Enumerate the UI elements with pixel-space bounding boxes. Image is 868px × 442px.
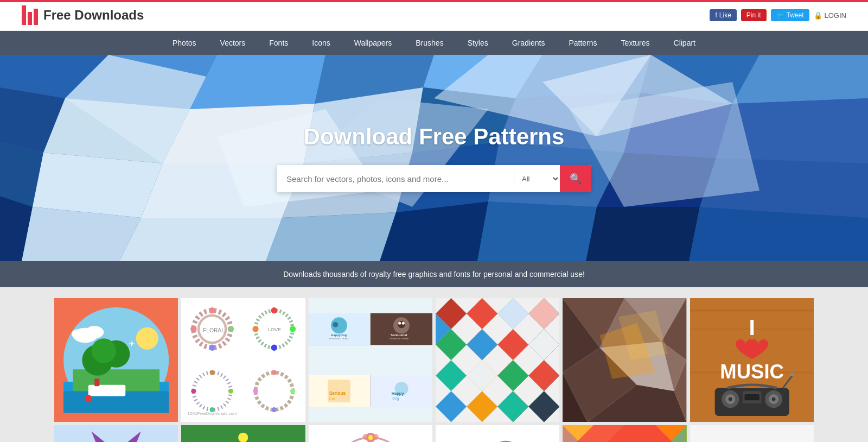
nav-photos[interactable]: Photos (161, 31, 208, 55)
nav-wallpapers[interactable]: Wallpapers (342, 31, 404, 55)
search-input[interactable] (277, 167, 514, 191)
svg-text:✈: ✈ (129, 340, 135, 348)
logo-bar-2 (28, 12, 32, 25)
twitter-tweet-button[interactable]: 🐦 Tweet (771, 9, 809, 21)
logo-bar-3 (34, 9, 38, 25)
gallery-section: ✈ FLORAL (0, 287, 868, 442)
svg-rect-214 (436, 425, 559, 442)
facebook-like-button[interactable]: f Like (710, 9, 736, 21)
svg-point-69 (210, 370, 215, 375)
lock-icon: 🔒 (814, 11, 822, 20)
gallery-item-diamond[interactable] (436, 298, 559, 422)
svg-text:MUSIC: MUSIC (720, 361, 784, 383)
svg-point-159 (790, 372, 794, 376)
svg-point-72 (192, 389, 196, 394)
svg-point-76 (272, 407, 277, 412)
tagline-bar: Downloads thousands of royalty free grap… (0, 261, 868, 287)
svg-point-67 (253, 326, 259, 332)
svg-point-66 (271, 345, 277, 351)
logo-text: Free Downloads (43, 8, 144, 23)
pinterest-pin-button[interactable]: Pin it (741, 9, 767, 21)
svg-point-46 (136, 327, 158, 350)
svg-marker-26 (119, 218, 282, 261)
svg-point-49 (72, 329, 86, 339)
svg-text:1001FreeDownloads.com: 1001FreeDownloads.com (188, 411, 237, 416)
nav-vectors[interactable]: Vectors (208, 31, 258, 55)
gallery-item-lowpoly[interactable] (563, 298, 686, 422)
search-button[interactable]: 🔍 (560, 165, 591, 192)
logo[interactable]: Free Downloads (22, 5, 144, 25)
search-icon: 🔍 (570, 173, 582, 184)
tagline-text: Downloads thousands of royalty free grap… (283, 270, 585, 279)
gallery-item-beach[interactable]: ✈ (54, 298, 178, 422)
svg-point-64 (271, 307, 277, 313)
twitter-icon: 🐦 (776, 11, 784, 19)
svg-point-77 (253, 389, 258, 394)
nav-brushes[interactable]: Brushes (404, 31, 455, 55)
nav-styles[interactable]: Styles (456, 31, 500, 55)
gallery-item-monster[interactable] (54, 425, 178, 442)
svg-rect-51 (94, 378, 99, 386)
svg-point-80 (333, 321, 339, 327)
login-button[interactable]: 🔒 LOGIN (814, 11, 846, 20)
svg-marker-30 (586, 207, 700, 261)
svg-marker-233 (563, 425, 686, 442)
svg-text:LOVE: LOVE (268, 327, 281, 332)
nav-fonts[interactable]: Fonts (257, 31, 300, 55)
svg-marker-27 (266, 212, 396, 261)
gallery-item-geometric[interactable] (563, 425, 686, 442)
svg-point-85 (398, 321, 401, 324)
svg-text:Happy: Happy (392, 391, 405, 396)
search-category-dropdown[interactable]: All Photos Vectors Fonts Icons (514, 170, 560, 188)
svg-text:Cat: Cat (329, 397, 335, 401)
svg-point-74 (272, 370, 277, 375)
svg-point-75 (290, 389, 295, 394)
svg-point-199 (368, 435, 373, 440)
pin-label: Pin it (746, 11, 761, 19)
svg-rect-50 (88, 385, 125, 396)
svg-point-201 (372, 434, 378, 440)
svg-rect-235 (690, 425, 814, 442)
nav-patterns[interactable]: Patterns (557, 31, 609, 55)
svg-text:FLORAL: FLORAL (203, 327, 225, 333)
gallery-item-floral[interactable]: FLORAL LOVE (181, 298, 305, 422)
svg-text:HappyDog: HappyDog (331, 333, 347, 336)
logo-bar-1 (22, 5, 26, 25)
gallery-item-frame[interactable]: Watercolor Frame Greetings (309, 425, 432, 442)
login-label: LOGIN (825, 11, 846, 20)
header: Free Downloads f Like Pin it 🐦 Tweet 🔒 L… (0, 0, 868, 31)
gallery-item-web-icons[interactable]: ♪ (690, 425, 814, 442)
gallery-grid: ✈ FLORAL (54, 298, 814, 442)
svg-text:PREMIUM THEME: PREMIUM THEME (329, 337, 348, 340)
svg-point-200 (362, 434, 368, 440)
facebook-icon: f (715, 11, 717, 19)
logo-icon (22, 5, 38, 25)
svg-text:Dog: Dog (392, 396, 399, 401)
header-actions: f Like Pin it 🐦 Tweet 🔒 LOGIN (710, 9, 846, 21)
svg-point-70 (228, 389, 233, 394)
hero-content: Download Free Patterns All Photos Vector… (277, 124, 591, 192)
svg-text:SeriousCat: SeriousCat (391, 333, 407, 336)
nav-gradients[interactable]: Gradients (500, 31, 557, 55)
svg-point-61 (190, 326, 196, 332)
hero-section: Download Free Patterns All Photos Vector… (0, 55, 868, 261)
gallery-item-animals[interactable] (181, 425, 305, 442)
svg-point-48 (85, 326, 104, 338)
svg-text:Serious: Serious (329, 390, 346, 396)
gallery-item-autumn[interactable]: AUTUMN (436, 425, 559, 442)
nav-textures[interactable]: Textures (609, 31, 662, 55)
nav-clipart[interactable]: Clipart (662, 31, 707, 55)
svg-point-45 (91, 338, 116, 363)
svg-text:PREMIUM THEME: PREMIUM THEME (390, 337, 409, 340)
svg-point-152 (728, 397, 732, 401)
svg-point-53 (85, 395, 92, 402)
svg-point-84 (398, 321, 405, 328)
svg-point-65 (290, 326, 296, 332)
gallery-item-music[interactable]: I MUSIC (690, 298, 814, 422)
gallery-item-logo-pack[interactable]: HappyDog PREMIUM THEME SeriousCat PREMIU… (309, 298, 432, 422)
svg-point-86 (402, 321, 405, 324)
svg-point-60 (209, 345, 215, 351)
top-bar (0, 0, 868, 2)
nav-icons[interactable]: Icons (300, 31, 342, 55)
svg-marker-29 (477, 201, 597, 261)
